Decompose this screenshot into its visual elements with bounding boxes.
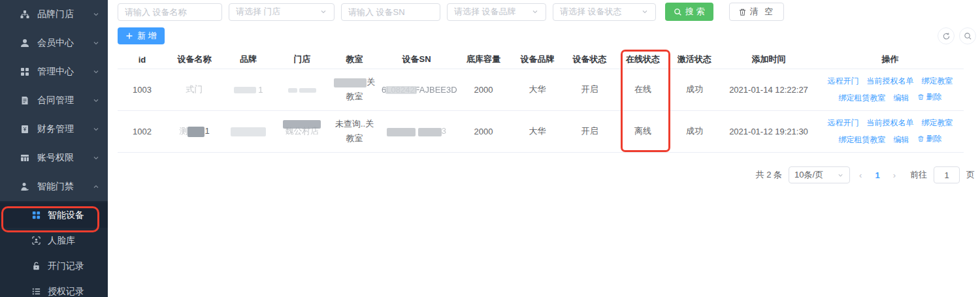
sidebar-item-finance-management[interactable]: 财务管理 [0, 115, 108, 144]
sidebar-item-smart-access[interactable]: 智能门禁 [0, 172, 108, 201]
sidebar-item-label: 智能设备 [48, 210, 84, 221]
refresh-icon [942, 32, 951, 40]
sidebar-item-management-center[interactable]: 管理中心 [0, 57, 108, 86]
goto-label: 前往 [910, 169, 927, 181]
current-page[interactable]: 1 [871, 170, 883, 180]
page-unit-label: 页 [966, 169, 975, 181]
chevron-down-icon [92, 125, 100, 133]
access-icon [20, 181, 30, 192]
cell-actions: 远程开门当前授权名单绑定教室 绑定租赁教室编辑删除 [817, 110, 964, 152]
edit-link[interactable]: 编辑 [894, 93, 909, 102]
refresh-button[interactable] [938, 27, 955, 44]
cell-brand-redacted: 1 [222, 69, 274, 110]
column-header-capacity: 底库容量 [454, 51, 513, 69]
column-header-online-status: 在线状态 [617, 51, 668, 69]
magnifier-icon [964, 32, 972, 40]
edit-link[interactable]: 编辑 [894, 135, 909, 144]
chevron-down-icon [641, 8, 649, 16]
table-header-row: id 设备名称 品牌 门店 教室 设备SN 底库容量 设备品牌 设备状态 在线状… [118, 51, 964, 69]
add-button[interactable]: 新 增 [118, 27, 165, 44]
delete-link[interactable]: 删除 [917, 131, 942, 146]
device-status-select-placeholder: 请选择 设备状态 [560, 6, 622, 18]
lock-icon [31, 261, 41, 271]
chevron-down-icon [92, 97, 100, 104]
current-auth-list-link[interactable]: 当前授权名单 [867, 118, 914, 127]
cell-online-status: 在线 [617, 69, 668, 110]
cell-device-name-redacted: 测1 [167, 110, 222, 152]
prev-page-button[interactable]: ‹ [857, 170, 864, 180]
chevron-up-icon [92, 183, 100, 191]
cell-device-status: 开启 [562, 69, 617, 110]
search-button[interactable]: 搜 索 [665, 3, 713, 21]
sidebar-item-door-open-records[interactable]: 开门记录 [0, 253, 108, 279]
store-select[interactable]: 请选择 门店 [229, 3, 335, 21]
remote-open-link[interactable]: 远程开门 [828, 76, 859, 86]
column-header-sn: 设备SN [379, 51, 454, 69]
bind-rental-classroom-link[interactable]: 绑定租赁教室 [839, 93, 886, 102]
bind-classroom-link[interactable]: 绑定教室 [922, 76, 953, 86]
sidebar-item-authorization-records[interactable]: 授权记录 [0, 279, 108, 297]
sidebar-item-label: 财务管理 [37, 123, 74, 135]
sidebar-item-brand-stores[interactable]: 品牌门店 [0, 0, 108, 29]
sidebar-item-account-permissions[interactable]: 账号权限 [0, 144, 108, 172]
cell-store-redacted: 魏公村店 [274, 110, 330, 152]
sidebar-item-face-library[interactable]: 人脸库 [0, 228, 108, 253]
page-size-select[interactable]: 10条/页 [789, 166, 850, 183]
sidebar-item-label: 智能门禁 [37, 181, 74, 193]
add-button-label: 新 增 [137, 30, 157, 42]
sidebar-item-contract-management[interactable]: 合同管理 [0, 86, 108, 115]
sidebar-item-label: 合同管理 [37, 95, 74, 106]
device-sn-input[interactable] [341, 3, 440, 21]
device-name-input[interactable] [118, 3, 222, 21]
user-icon [20, 38, 30, 48]
bind-classroom-link[interactable]: 绑定教室 [922, 118, 953, 127]
cell-actions: 远程开门当前授权名单绑定教室 绑定租赁教室编辑删除 [817, 69, 964, 110]
bind-rental-classroom-link[interactable]: 绑定租赁教室 [839, 135, 886, 144]
sidebar-item-member-center[interactable]: 会员中心 [0, 29, 108, 57]
cell-device-brand: 大华 [513, 69, 562, 110]
clear-button[interactable]: 清 空 [729, 3, 785, 21]
cell-activation-status: 成功 [668, 69, 721, 110]
cell-id: 1002 [118, 110, 167, 152]
next-page-button[interactable]: › [890, 170, 898, 180]
remote-open-link[interactable]: 远程开门 [828, 118, 859, 127]
sidebar-item-label: 会员中心 [37, 37, 74, 49]
column-header-added-time: 添加时间 [721, 51, 817, 69]
pagination-total: 共 2 条 [756, 169, 782, 181]
sidebar-item-label: 账号权限 [37, 152, 74, 164]
cell-sn-redacted: 3 [379, 110, 454, 152]
sidebar-item-smart-devices[interactable]: 智能设备 [0, 202, 108, 228]
column-header-classroom: 教室 [330, 51, 379, 69]
chevron-down-icon [837, 172, 844, 179]
sidebar-submenu-smart-access: 智能设备 人脸库 开门记录 授权记录 [0, 201, 108, 297]
goto-page-input[interactable] [934, 166, 960, 183]
list-icon [31, 287, 41, 296]
chevron-down-icon [92, 68, 100, 76]
sitemap-icon [20, 9, 30, 20]
device-brand-select[interactable]: 请选择 设备品牌 [447, 3, 546, 21]
chevron-down-icon [92, 10, 100, 18]
device-status-select[interactable]: 请选择 设备状态 [553, 3, 656, 21]
filter-bar: 请选择 门店 请选择 设备品牌 请选择 设备状态 搜 索 清 空 [118, 3, 784, 21]
search-button-label: 搜 索 [685, 6, 705, 18]
trash-icon [917, 93, 924, 101]
table-icon [20, 153, 30, 163]
sidebar-item-label: 授权记录 [48, 286, 84, 297]
table-row: 1002 测1 魏公村店 未查询..关 教室 3 2000 大华 开启 离线 成… [118, 110, 964, 152]
device-brand-select-placeholder: 请选择 设备品牌 [454, 6, 516, 18]
delete-link[interactable]: 删除 [917, 89, 942, 104]
cell-online-status: 离线 [617, 110, 668, 152]
cell-capacity: 2000 [454, 110, 513, 152]
column-header-actions: 操作 [817, 51, 964, 69]
chevron-down-icon [92, 39, 100, 47]
cell-sn: 6L08242FAJBEE3D [379, 69, 454, 110]
cell-device-name-redacted: 式门 [167, 69, 222, 110]
trash-icon [917, 135, 924, 142]
chevron-down-icon [92, 154, 100, 162]
table-search-button[interactable] [959, 27, 976, 44]
redaction-blob [283, 120, 321, 129]
cell-classroom: 未查询..关 教室 [330, 110, 379, 152]
sidebar-item-label: 管理中心 [37, 66, 74, 78]
current-auth-list-link[interactable]: 当前授权名单 [867, 76, 914, 86]
chevron-down-icon [319, 8, 327, 16]
